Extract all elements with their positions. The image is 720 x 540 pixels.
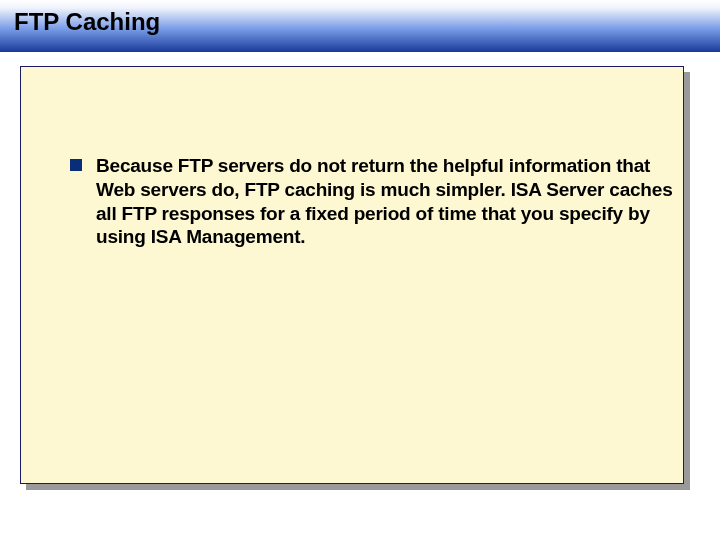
bullet-item: Because FTP servers do not return the he… — [70, 154, 690, 249]
bullet-square-icon — [70, 159, 82, 171]
bullet-text: Because FTP servers do not return the he… — [96, 154, 690, 249]
content-box — [20, 66, 684, 484]
title-bar: FTP Caching — [0, 0, 720, 52]
slide-title: FTP Caching — [14, 8, 160, 36]
